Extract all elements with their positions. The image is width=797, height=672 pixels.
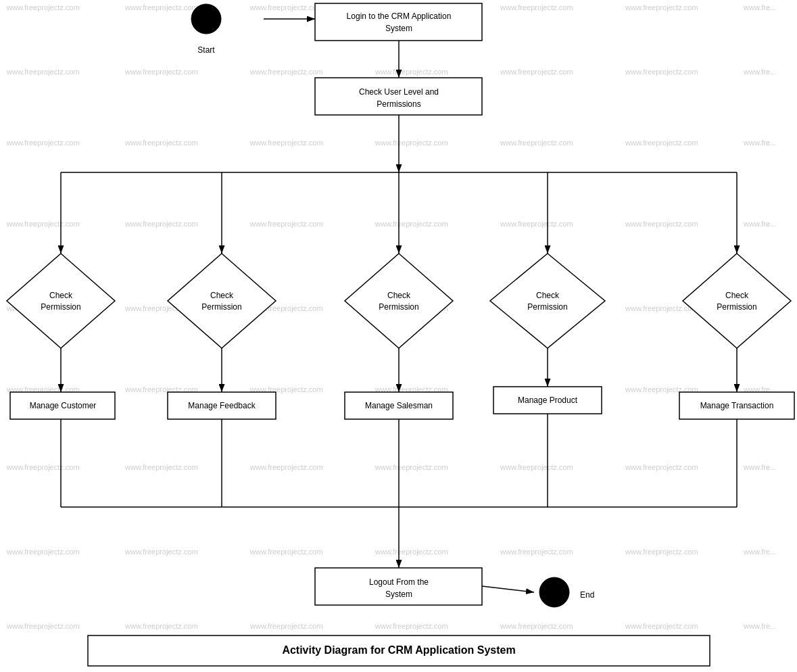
check-perm5-node — [683, 254, 791, 348]
watermark: www.freeprojectz.com — [6, 3, 80, 11]
check-perm4-node — [490, 254, 605, 348]
check-perm1-node — [7, 254, 115, 348]
manage-salesman-text: Manage Salesman — [365, 401, 433, 410]
watermark: www.freeprojectz.com — [6, 220, 80, 228]
check-perm1-text1: Check — [49, 291, 73, 300]
watermark: www.freeprojectz.com — [500, 548, 573, 556]
check-perm3-text2: Permission — [379, 302, 418, 312]
watermark: www.freeprojectz.com — [625, 304, 698, 312]
watermark: www.fre... — [743, 548, 776, 556]
watermark: www.freeprojectz.com — [249, 220, 323, 228]
watermark: www.fre... — [743, 139, 776, 147]
check-user-text2: Permissions — [377, 99, 420, 109]
watermark: www.freeprojectz.com — [375, 622, 448, 630]
manage-product-text: Manage Product — [518, 395, 578, 405]
logout-text1: Logout From the — [369, 577, 429, 587]
manage-customer-text: Manage Customer — [30, 401, 97, 410]
diagram-title: Activity Diagram for CRM Application Sys… — [282, 644, 515, 656]
watermark: www.freeprojectz.com — [500, 68, 573, 76]
login-node — [315, 3, 482, 41]
login-text: Login to the CRM Application — [347, 11, 452, 21]
watermark: www.freeprojectz.com — [625, 463, 698, 471]
check-perm1-text2: Permission — [41, 302, 80, 312]
start-label: Start — [197, 45, 215, 55]
watermark: www.freeprojectz.com — [500, 622, 573, 630]
watermark: www.fre... — [743, 220, 776, 228]
arrow-logout-end — [482, 586, 534, 592]
watermark: www.freeprojectz.com — [124, 622, 198, 630]
check-perm3-text1: Check — [387, 291, 411, 300]
check-perm5-text1: Check — [725, 291, 749, 300]
watermark: www.freeprojectz.com — [249, 548, 323, 556]
watermark: www.freeprojectz.com — [500, 463, 573, 471]
watermark: www.fre... — [743, 463, 776, 471]
watermark: www.fre... — [743, 3, 776, 11]
watermark: www.freeprojectz.com — [6, 548, 80, 556]
watermark: www.freeprojectz.com — [625, 622, 698, 630]
check-perm5-text2: Permission — [717, 302, 756, 312]
watermark: www.freeprojectz.com — [124, 220, 198, 228]
watermark: www.freeprojectz.com — [124, 68, 198, 76]
watermark: www.freeprojectz.com — [249, 3, 323, 11]
watermark: www.freeprojectz.com — [625, 68, 698, 76]
watermark: www.freeprojectz.com — [625, 3, 698, 11]
check-perm2-text2: Permission — [201, 302, 241, 312]
watermark: www.freeprojectz.com — [249, 68, 323, 76]
start-circle — [191, 4, 221, 34]
watermark: www.freeprojectz.com — [249, 139, 323, 147]
watermark: www.freeprojectz.com — [6, 139, 80, 147]
check-perm4-text2: Permission — [527, 302, 567, 312]
watermark: www.freeprojectz.com — [6, 68, 80, 76]
watermark: www.freeprojectz.com — [375, 139, 448, 147]
watermark: www.freeprojectz.com — [375, 463, 448, 471]
watermark: www.freeprojectz.com — [249, 463, 323, 471]
watermark: www.freeprojectz.com — [500, 220, 573, 228]
manage-feedback-text: Manage Feedback — [188, 401, 256, 410]
watermark: www.freeprojectz.com — [375, 68, 448, 76]
watermark: www.freeprojectz.com — [500, 139, 573, 147]
watermark: www.freeprojectz.com — [124, 139, 198, 147]
watermark: www.fre... — [743, 68, 776, 76]
manage-transaction-text: Manage Transaction — [700, 401, 774, 410]
watermark: www.freeprojectz.com — [625, 548, 698, 556]
watermark: www.freeprojectz.com — [124, 463, 198, 471]
logout-text2: System — [385, 590, 412, 599]
check-perm2-node — [168, 254, 276, 348]
watermark: www.freeprojectz.com — [625, 220, 698, 228]
watermark: www.freeprojectz.com — [375, 548, 448, 556]
end-label: End — [580, 590, 594, 600]
watermark: www.freeprojectz.com — [500, 3, 573, 11]
watermark: www.freeprojectz.com — [124, 548, 198, 556]
watermark: www.freeprojectz.com — [6, 622, 80, 630]
end-circle — [539, 577, 569, 607]
login-text2: System — [385, 24, 412, 33]
diagram-container: www.freeprojectz.com www.freeprojectz.co… — [0, 0, 797, 672]
check-perm4-text1: Check — [536, 291, 560, 300]
check-perm2-text1: Check — [210, 291, 234, 300]
check-user-text1: Check User Level and — [359, 87, 439, 97]
watermark: www.freeprojectz.com — [249, 622, 323, 630]
watermark: www.freeprojectz.com — [625, 139, 698, 147]
watermark: www.freeprojectz.com — [375, 220, 448, 228]
activity-diagram: www.freeprojectz.com www.freeprojectz.co… — [0, 0, 797, 672]
watermark: www.freeprojectz.com — [6, 463, 80, 471]
watermark: www.fre... — [743, 622, 776, 630]
watermark: www.freeprojectz.com — [124, 3, 198, 11]
check-perm3-node — [345, 254, 453, 348]
